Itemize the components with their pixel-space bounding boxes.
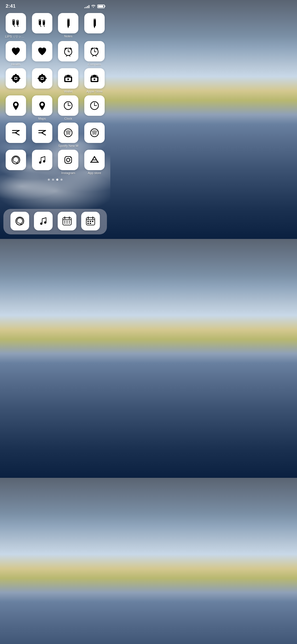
app-icon-clock1 (58, 41, 78, 61)
app-icon-compass1 (84, 41, 105, 61)
app-icon-line1 (6, 150, 26, 170)
dock-item-dock-line[interactable] (10, 212, 30, 232)
app-icon-maps1 (6, 95, 26, 116)
app-icon-spotify1 (58, 123, 78, 143)
app-row-3: Maps Clock (5, 95, 106, 120)
dock-item-dock-calendar2[interactable] (80, 212, 101, 232)
app-icon-maps2 (32, 95, 52, 116)
svg-rect-104 (64, 222, 65, 223)
app-item-capcut2[interactable] (31, 123, 53, 147)
page-dots (5, 179, 106, 181)
svg-line-33 (96, 56, 96, 56)
svg-point-84 (43, 160, 45, 162)
page-dot-2[interactable] (56, 179, 58, 181)
app-label-applestore1: Apple Store (86, 90, 102, 93)
app-item-capcut1[interactable] (5, 123, 27, 147)
app-item-lips1[interactable]: LIPS（リップス） (5, 13, 27, 39)
app-item-compass1[interactable]: Compass (83, 41, 106, 66)
svg-point-81 (91, 129, 98, 137)
svg-line-6 (14, 25, 15, 27)
svg-point-63 (94, 78, 95, 80)
app-label-clock2: Clock (64, 117, 72, 120)
app-item-notes1[interactable]: Notes (57, 13, 79, 39)
app-item-spotify2[interactable] (83, 123, 106, 147)
app-icon-wallet1 (58, 68, 78, 89)
svg-point-57 (66, 75, 70, 78)
app-label-wallet1: Wallet (64, 90, 72, 93)
svg-rect-17 (67, 19, 70, 20)
svg-point-44 (15, 78, 17, 79)
app-item-appstore1[interactable]: App store (83, 150, 106, 175)
app-item-wallet1[interactable]: Wallet (57, 68, 79, 93)
app-item-photos1[interactable] (5, 68, 27, 93)
app-item-spotify1[interactable]: Spotify New M (57, 123, 79, 147)
page-dot-1[interactable] (52, 179, 54, 181)
svg-line-15 (44, 25, 44, 27)
app-row-4: Spotify New M (5, 123, 106, 147)
status-bar: 2:41 (0, 0, 110, 11)
svg-rect-103 (69, 221, 70, 222)
svg-rect-105 (66, 222, 68, 223)
battery-icon (97, 5, 105, 8)
svg-line-7 (18, 25, 18, 27)
app-item-instagram1[interactable]: Instagram (57, 150, 79, 175)
app-item-health2[interactable] (31, 41, 53, 66)
svg-point-80 (64, 129, 72, 137)
app-item-lips2[interactable] (31, 13, 53, 39)
dock-item-dock-music[interactable] (33, 212, 53, 232)
app-item-clock2[interactable]: Clock (57, 95, 79, 120)
svg-point-95 (44, 221, 46, 224)
svg-point-64 (14, 103, 17, 106)
svg-line-32 (92, 56, 93, 56)
app-icon-music1 (32, 150, 52, 170)
svg-point-55 (41, 78, 43, 79)
app-item-notes2[interactable] (83, 13, 106, 39)
app-icon-lips2 (32, 13, 52, 33)
status-time: 2:41 (6, 3, 16, 9)
app-label-instagram1: Instagram (61, 171, 75, 175)
app-icon-appstore1 (84, 150, 105, 170)
svg-line-90 (94, 157, 98, 162)
app-item-applestore1[interactable]: Apple Store (83, 68, 106, 93)
app-label-notes1: Notes (64, 35, 72, 38)
dock-icon-dock-music (34, 212, 53, 230)
app-item-maps2[interactable]: Maps (31, 95, 53, 120)
svg-point-94 (40, 222, 42, 225)
svg-rect-19 (94, 19, 96, 20)
page-dot-0[interactable] (48, 179, 50, 181)
app-item-music1[interactable] (31, 150, 53, 175)
svg-rect-114 (87, 223, 89, 224)
app-label-lips1: LIPS（リップス） (5, 35, 27, 39)
svg-point-61 (92, 75, 96, 78)
app-label-maps2: Maps (38, 117, 46, 120)
app-item-maps1[interactable] (5, 95, 27, 120)
wifi-icon (91, 4, 96, 8)
svg-line-14 (40, 25, 41, 27)
svg-line-74 (15, 133, 19, 135)
svg-rect-102 (66, 221, 68, 222)
svg-point-5 (17, 20, 18, 22)
app-icon-notes2 (84, 13, 105, 33)
app-icon-health2 (32, 41, 52, 61)
app-icon-spotify2 (84, 123, 105, 143)
dock-item-dock-calendar1[interactable] (57, 212, 77, 232)
app-icon-instagram1 (58, 150, 78, 170)
app-label-spotify1: Spotify New M (58, 144, 78, 147)
svg-line-25 (66, 56, 67, 56)
app-item-clock1[interactable] (57, 41, 79, 66)
dock-icon-dock-line (10, 212, 29, 230)
svg-rect-113 (92, 221, 93, 222)
app-item-line1[interactable] (5, 150, 27, 175)
app-icon-clock3 (84, 95, 105, 116)
svg-point-65 (41, 103, 44, 106)
app-item-photos2[interactable] (31, 68, 53, 93)
svg-point-88 (70, 157, 71, 158)
app-item-health1[interactable]: Health (5, 41, 27, 66)
dock-icon-dock-calendar2 (81, 212, 100, 230)
svg-point-2 (13, 20, 14, 21)
app-item-clock3[interactable] (83, 95, 106, 120)
signal-icon (84, 4, 89, 8)
page-dot-3[interactable] (61, 179, 63, 181)
svg-line-26 (69, 56, 70, 56)
svg-point-83 (39, 161, 41, 164)
